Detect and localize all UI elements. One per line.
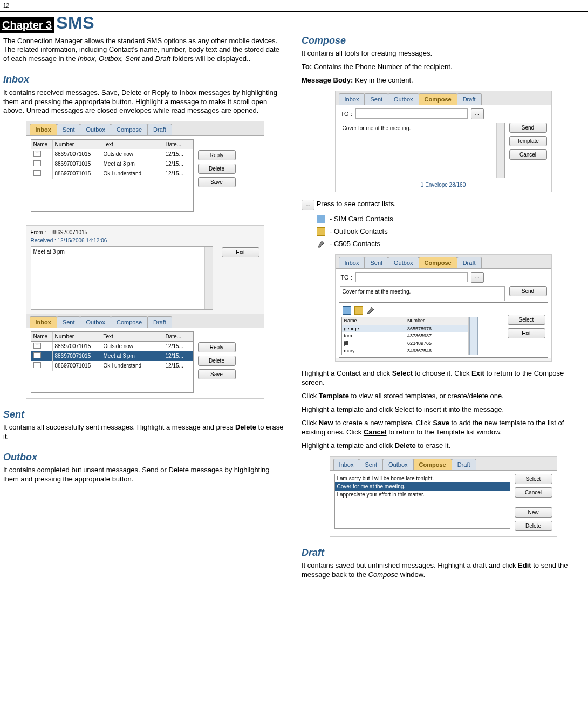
table-row[interactable]: 886970071015 Meet at 3 pm 12/15...: [31, 351, 193, 361]
tab-outbox[interactable]: Outbox: [80, 316, 111, 328]
inbox-text: It contains received messages. Save, Del…: [3, 89, 286, 116]
table-row[interactable]: 886970071015 Outside now 12/15...: [31, 342, 193, 351]
compose-heading: Compose: [302, 35, 585, 47]
c505-contacts-label: - C505 Contacts: [330, 240, 380, 249]
tab-sent[interactable]: Sent: [364, 93, 388, 105]
save-button[interactable]: Save: [198, 177, 236, 187]
tab-inbox[interactable]: Inbox: [339, 93, 365, 105]
outbox-heading: Outbox: [3, 451, 286, 464]
outlook-icon[interactable]: [354, 306, 363, 315]
tab-draft[interactable]: Draft: [147, 316, 172, 328]
template-list: I am sorry but I will be home late tonig…: [334, 474, 510, 529]
list-item[interactable]: Cover for me at the meeting.: [335, 482, 510, 491]
tab-compose[interactable]: Compose: [419, 93, 457, 105]
tab-sent[interactable]: Sent: [364, 257, 388, 268]
draft-text: It contains saved but unfinished message…: [302, 561, 585, 580]
select-button[interactable]: Select: [508, 315, 545, 325]
table-row[interactable]: george865578976: [342, 325, 469, 333]
tab-inbox[interactable]: Inbox: [30, 124, 57, 135]
contacts-browse-button[interactable]: ...: [471, 108, 484, 119]
tab-draft[interactable]: Draft: [452, 459, 476, 470]
col-number: Number: [53, 140, 101, 149]
tab-compose[interactable]: Compose: [413, 459, 452, 470]
tab-draft[interactable]: Draft: [147, 124, 172, 135]
from-value: 886970071015: [51, 229, 87, 236]
tab-compose[interactable]: Compose: [419, 257, 457, 268]
tab-outbox[interactable]: Outbox: [382, 459, 413, 470]
col-name: Name: [31, 140, 53, 149]
outbox-text: It contains completed but unsent message…: [3, 466, 286, 484]
inbox-table: Name Number Text Date... 886970071015 Ou…: [31, 331, 194, 393]
right-column: Compose It contains all tools for creati…: [302, 35, 585, 584]
contacts-browse-button[interactable]: ...: [471, 272, 484, 283]
scrollbar[interactable]: [204, 247, 213, 309]
delete-button[interactable]: Delete: [198, 164, 236, 174]
tab-outbox[interactable]: Outbox: [388, 257, 419, 268]
to-label: TO :: [341, 110, 352, 118]
list-item[interactable]: I am sorry but I will be home late tonig…: [335, 474, 510, 482]
template-button[interactable]: Template: [509, 136, 547, 146]
inbox-heading: Inbox: [3, 73, 286, 86]
c505-icon[interactable]: [366, 306, 375, 315]
tab-draft[interactable]: Draft: [457, 257, 482, 268]
new-button[interactable]: New: [515, 507, 552, 518]
to-label: TO :: [341, 274, 352, 281]
reply-button[interactable]: Reply: [198, 150, 236, 160]
tab-sent[interactable]: Sent: [359, 459, 383, 470]
cancel-button[interactable]: Cancel: [515, 487, 552, 498]
inbox-table: Name Number Text Date... 886970071015 Ou…: [31, 139, 194, 212]
left-column: The Connection Manager allows the standa…: [3, 35, 286, 584]
delete-button[interactable]: Delete: [515, 521, 552, 531]
tab-inbox[interactable]: Inbox: [333, 459, 360, 470]
tab-sent[interactable]: Sent: [57, 316, 81, 328]
exit-button[interactable]: Exit: [222, 247, 259, 257]
compose-screenshot-3: Inbox Sent Outbox Compose Draft I am sor…: [302, 456, 585, 537]
compose-to-line: To: Contains the Phone Number of the rec…: [302, 63, 585, 72]
table-row[interactable]: 886970071015 Meet at 3 pm 12/15...: [31, 159, 193, 169]
list-item[interactable]: I appreciate your effort in this matter.: [335, 491, 510, 499]
tab-inbox[interactable]: Inbox: [339, 257, 365, 268]
tab-outbox[interactable]: Outbox: [388, 93, 419, 105]
scrollbar[interactable]: [469, 317, 478, 355]
tab-compose[interactable]: Compose: [111, 316, 148, 328]
exit-button[interactable]: Exit: [508, 328, 545, 338]
inbox-screenshot-2: From : 886970071015 Received : 12/15/200…: [3, 225, 286, 399]
table-row[interactable]: mary349867546: [342, 348, 469, 355]
tab-inbox[interactable]: Inbox: [30, 316, 57, 328]
select-button[interactable]: Select: [515, 474, 552, 484]
chapter-title: SMS: [56, 12, 94, 35]
message-body-input[interactable]: Cover for me at the meeting.: [340, 123, 505, 178]
send-button[interactable]: Send: [509, 286, 547, 296]
table-row[interactable]: tom437865987: [342, 332, 469, 340]
table-row[interactable]: 886970071015 Outside now 12/15...: [31, 149, 193, 159]
send-button[interactable]: Send: [509, 123, 547, 133]
message-preview-box: Meet at 3 pm: [31, 246, 213, 310]
envelope-open-icon: [33, 160, 41, 166]
contacts-popup: Name Number george865578976 tom437865987…: [339, 302, 548, 358]
sim-card-icon[interactable]: [343, 306, 351, 315]
sim-contacts-label: - SIM Card Contacts: [330, 215, 393, 224]
envelope-counter: 1 Envelope 28/160: [336, 180, 551, 192]
save-button[interactable]: Save: [198, 369, 236, 379]
compose-body-line: Message Body: Key in the content.: [302, 76, 585, 85]
scrollbar[interactable]: [496, 123, 504, 178]
tab-compose[interactable]: Compose: [111, 124, 148, 135]
delete-button[interactable]: Delete: [198, 356, 236, 366]
table-row[interactable]: 886970071015 Ok i understand 12/15...: [31, 169, 193, 179]
to-input[interactable]: [355, 108, 468, 119]
table-row[interactable]: 886970071015 Ok i understand 12/15...: [31, 361, 193, 371]
reply-button[interactable]: Reply: [198, 342, 236, 352]
template-delete-text: Highlight a template and click Delete to…: [302, 441, 585, 451]
col-date: Date...: [163, 140, 193, 149]
table-row[interactable]: jill623489765: [342, 340, 469, 348]
inbox-screenshot-1: Inbox Sent Outbox Compose Draft Name Num…: [3, 121, 286, 217]
tab-draft[interactable]: Draft: [457, 93, 482, 105]
cancel-button[interactable]: Cancel: [509, 149, 547, 160]
tab-outbox[interactable]: Outbox: [80, 124, 111, 135]
contacts-browse-button-inline: ...: [302, 200, 314, 210]
c505-icon: [317, 240, 325, 248]
compose-screenshot-2: Inbox Sent Outbox Compose Draft TO : ...…: [302, 254, 585, 362]
tab-sent[interactable]: Sent: [57, 124, 81, 135]
to-input[interactable]: [355, 272, 468, 282]
message-body-input[interactable]: Cover for me at the meeting.: [340, 286, 505, 301]
